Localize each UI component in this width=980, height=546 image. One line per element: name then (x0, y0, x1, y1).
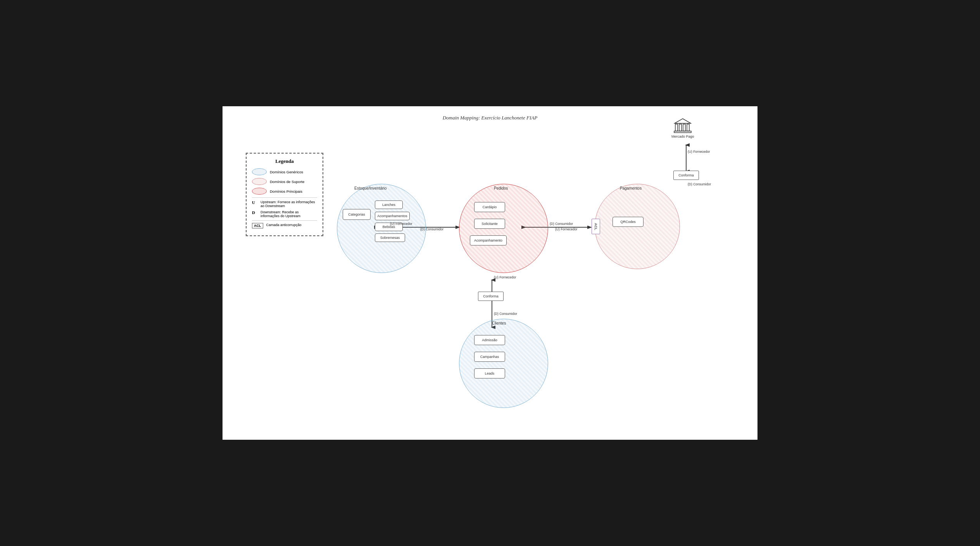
legend-downstream-item: D Downstream: Recebe as informações do U… (252, 210, 317, 218)
svg-rect-9 (679, 124, 682, 131)
connector-mp-upstream: (U) Fornecedor (688, 150, 710, 154)
campanhas-box: Campanhas (474, 352, 505, 362)
downstream-letter: D (252, 210, 257, 215)
clientes-label: Clientes (492, 321, 506, 325)
acompanhamentos-estoque-box: Acompanhamentos (375, 212, 410, 220)
acompanhamento-pedidos-box: Acompanhamento (470, 235, 507, 245)
legend-support-label: Domínios de Suporte (270, 180, 304, 184)
sobremesas-box: Sobremesas (375, 233, 405, 242)
qrcodes-box: QRCodes (612, 217, 644, 227)
acl-box: ACL (592, 219, 600, 234)
clientes-circle (459, 319, 548, 408)
cardapio-box: Cardápio (474, 202, 505, 212)
acl-legend-icon: ACL (252, 223, 263, 228)
upstream-label: Upstream: Fornece as informações ao Down… (261, 200, 317, 208)
conforma-box-bottom: Conforma (478, 292, 504, 301)
main-oval-icon (252, 188, 267, 195)
conforma-box-top: Conforma (673, 171, 699, 180)
legend-box: Legenda Domínios Genéricos Domínios de S… (246, 153, 323, 236)
svg-marker-12 (675, 119, 691, 123)
legend-generic-item: Domínios Genéricos (252, 168, 317, 175)
legend-upstream-item: U Upstream: Fornece as informações ao Do… (252, 200, 317, 208)
generic-oval-icon (252, 168, 267, 175)
estoque-label: Estoque/Inventário (354, 186, 386, 190)
connector-pedidos-upstream: (D) Consumidor (550, 222, 573, 226)
legend-acl-item: ACL Camada anticorrupção (252, 223, 317, 228)
upstream-letter: U (252, 200, 257, 205)
mercado-pago-label: Mercado Pago (671, 135, 694, 138)
legend-main-label: Domínios Principais (270, 189, 302, 194)
connector-clientes-downstream: (D) Consumidor (494, 312, 517, 316)
leads-box: Leads (474, 368, 505, 378)
pedidos-label: Pedidos (494, 186, 508, 190)
legend-generic-label: Domínios Genéricos (270, 170, 303, 174)
admissao-box: Admissão (474, 335, 505, 345)
svg-rect-8 (675, 124, 678, 131)
downstream-label: Downstream: Recebe as informações do Ups… (261, 210, 317, 218)
diagram-title: Domain Mapping: Exercício Lanchonete FIA… (443, 115, 537, 121)
bank-svg-icon (674, 118, 692, 133)
legend-support-item: Domínios de Suporte (252, 178, 317, 185)
pagamentos-label: Pagamentos (620, 186, 642, 190)
connector-clientes-upstream: (U) Fornecedor (494, 275, 516, 279)
connector-estoque-downstream: (D) Consumidor (420, 227, 443, 231)
lanches-box: Lanches (375, 200, 403, 209)
connector-pedidos-downstream: (U) Fornecedor (555, 227, 578, 231)
acl-label: Camada anticorrupção (266, 223, 302, 227)
mercado-pago-icon: Mercado Pago (671, 118, 694, 138)
legend-main-item: Domínios Principais (252, 188, 317, 195)
svg-rect-13 (674, 131, 691, 133)
connector-estoque-upstream: (U) Fornecedor (390, 222, 412, 226)
svg-rect-11 (687, 124, 689, 131)
solicitante-box: Solicitante (474, 219, 505, 229)
legend-title: Legenda (252, 158, 317, 164)
support-oval-icon (252, 178, 267, 185)
svg-rect-10 (683, 124, 685, 131)
connector-mp-downstream: (D) Consumidor (688, 182, 711, 186)
categorias-box: Categorias (343, 209, 371, 220)
